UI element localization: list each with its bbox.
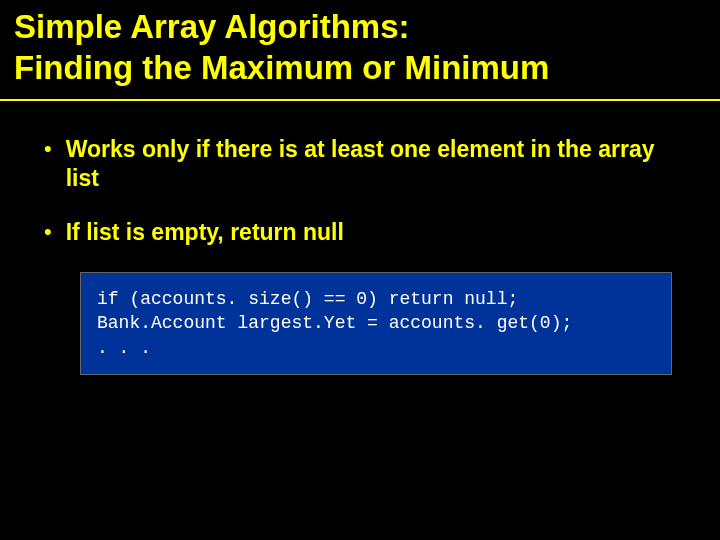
code-line: if (accounts. size() == 0) return null; [97, 287, 655, 311]
bullet-item: • Works only if there is at least one el… [44, 135, 676, 195]
code-line: Bank.Account largest.Yet = accounts. get… [97, 311, 655, 335]
bullet-dot-icon: • [44, 218, 52, 247]
code-block: if (accounts. size() == 0) return null; … [80, 272, 672, 375]
title-block: Simple Array Algorithms: Finding the Max… [0, 0, 720, 101]
bullet-text: If list is empty, return null [66, 218, 344, 248]
slide: Simple Array Algorithms: Finding the Max… [0, 0, 720, 540]
title-line-2: Finding the Maximum or Minimum [14, 47, 706, 88]
title-line-1: Simple Array Algorithms: [14, 6, 706, 47]
content-area: • Works only if there is at least one el… [0, 101, 720, 376]
bullet-item: • If list is empty, return null [44, 218, 676, 248]
bullet-dot-icon: • [44, 135, 52, 164]
bullet-text: Works only if there is at least one elem… [66, 135, 676, 195]
code-line: . . . [97, 336, 655, 360]
